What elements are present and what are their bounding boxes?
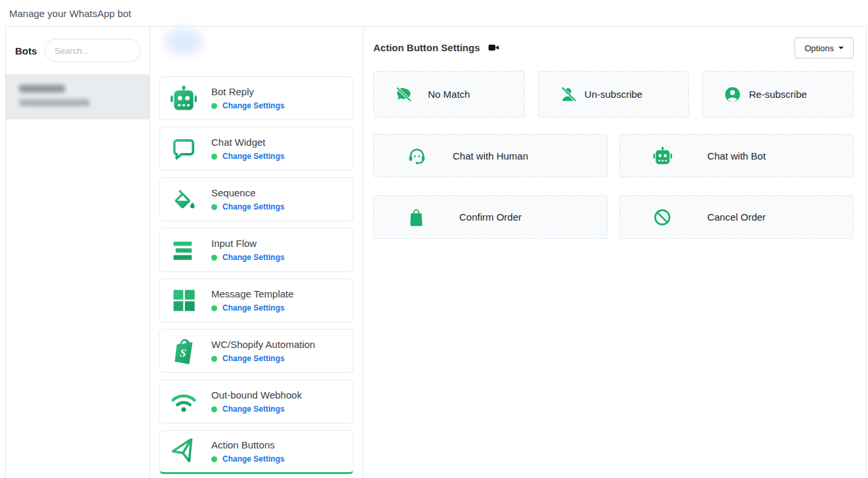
change-settings-link[interactable]: Change Settings <box>211 354 315 363</box>
chat-with-human-icon <box>407 146 427 166</box>
status-dot-icon <box>211 103 217 109</box>
page-title: Manage your WhatsApp bot <box>9 8 131 19</box>
card-title: Message Template <box>211 288 294 299</box>
no-match-icon <box>395 85 413 103</box>
options-button[interactable]: Options <box>795 37 854 58</box>
action-row-2: Chat with Human Chat with Bot <box>373 134 854 177</box>
card-action-buttons: Action Buttons Change Settings <box>159 430 354 474</box>
change-settings-link[interactable]: Change Settings <box>211 404 302 414</box>
change-settings-link[interactable]: Change Settings <box>211 454 285 464</box>
action-row-1: No Match Un-subscribe <box>373 71 854 118</box>
status-dot-icon <box>211 255 217 261</box>
bots-sidebar: Bots <box>6 27 150 478</box>
change-settings-link[interactable]: Change Settings <box>211 253 285 262</box>
redacted-bot-phone <box>19 99 90 106</box>
action-button-settings-panel: Action Button Settings Options <box>363 27 866 478</box>
card-shopify-automation: S WC/Shopify Automation Change Settings <box>159 329 354 373</box>
confirm-order-icon <box>407 207 426 227</box>
card-sequence: Sequence Change Settings <box>159 177 354 221</box>
main-content: Bots <box>5 26 867 478</box>
unsubscribe-button[interactable]: Un-subscribe <box>538 71 690 118</box>
sidebar-title: Bots <box>15 45 37 56</box>
card-title: Chat Widget <box>211 137 285 148</box>
panel-header: Action Button Settings <box>373 42 854 53</box>
selected-bot-item[interactable] <box>6 75 150 120</box>
chat-with-human-button[interactable]: Chat with Human <box>373 134 608 177</box>
status-dot-icon <box>211 204 217 210</box>
lines-icon <box>169 236 198 265</box>
redacted-blob <box>165 28 203 54</box>
paint-bucket-icon <box>169 185 198 214</box>
card-bot-reply: Bot Reply Change Settings <box>159 76 354 120</box>
card-title: Action Buttons <box>211 439 285 450</box>
change-settings-link[interactable]: Change Settings <box>211 152 285 161</box>
feature-card-stack: Bot Reply Change Settings Chat Widget <box>159 76 354 474</box>
no-match-button[interactable]: No Match <box>373 71 525 118</box>
status-dot-icon <box>211 305 217 311</box>
action-row-3: Confirm Order Cancel Order <box>373 195 854 239</box>
card-title: Input Flow <box>211 238 285 249</box>
video-camera-icon[interactable] <box>488 43 499 53</box>
search-input[interactable] <box>45 39 140 62</box>
feature-column: Bot Reply Change Settings Chat Widget <box>150 27 363 478</box>
chat-bubble-icon <box>169 135 198 163</box>
status-dot-icon <box>211 154 217 160</box>
card-message-template: Message Template Change Settings <box>159 278 354 322</box>
card-title: WC/Shopify Automation <box>211 339 315 350</box>
grid-icon <box>169 286 198 315</box>
change-settings-link[interactable]: Change Settings <box>211 303 294 313</box>
change-settings-link[interactable]: Change Settings <box>211 202 285 211</box>
unsubscribe-icon <box>560 85 577 103</box>
robot-icon <box>169 84 198 113</box>
cancel-order-button[interactable]: Cancel Order <box>619 195 854 239</box>
paper-plane-icon <box>169 437 198 466</box>
card-title: Sequence <box>211 187 285 198</box>
chevron-down-icon <box>838 47 844 49</box>
status-dot-icon <box>211 406 217 412</box>
card-input-flow: Input Flow Change Settings <box>159 228 354 272</box>
confirm-order-button[interactable]: Confirm Order <box>373 195 608 239</box>
app-header: Manage your WhatsApp bot <box>0 0 868 26</box>
redacted-bot-name <box>19 85 65 93</box>
resubscribe-icon <box>724 85 741 103</box>
sidebar-header: Bots <box>6 27 150 74</box>
card-title: Bot Reply <box>211 86 285 97</box>
wifi-icon <box>169 387 198 416</box>
chat-with-bot-icon <box>653 146 672 165</box>
shopify-bag-icon: S <box>169 337 198 366</box>
card-title: Out-bound Webhook <box>211 389 302 401</box>
status-dot-icon <box>211 456 217 462</box>
resubscribe-button[interactable]: Re-subscribe <box>702 71 854 118</box>
panel-title: Action Button Settings <box>373 42 480 53</box>
card-chat-widget: Chat Widget Change Settings <box>159 127 354 171</box>
status-dot-icon <box>211 356 217 362</box>
card-outbound-webhook: Out-bound Webhook Change Settings <box>159 380 354 424</box>
change-settings-link[interactable]: Change Settings <box>211 101 285 110</box>
chat-with-bot-button[interactable]: Chat with Bot <box>619 134 854 177</box>
cancel-order-icon <box>653 207 672 227</box>
bot-list <box>6 74 150 120</box>
